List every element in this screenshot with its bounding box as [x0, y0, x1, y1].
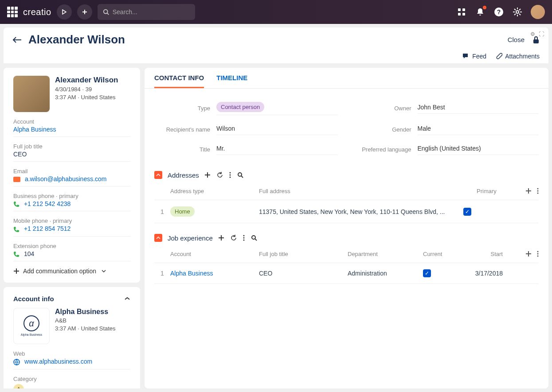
- add-job-column-button[interactable]: [525, 251, 532, 257]
- back-arrow[interactable]: [12, 36, 22, 43]
- expand-icon[interactable]: ⛶: [539, 31, 544, 37]
- attachment-icon: [496, 53, 502, 60]
- svg-point-20: [252, 236, 255, 239]
- account-info-heading: Account info: [13, 295, 54, 303]
- account-info-card: Account info α Alpha Business Alpha Busi…: [4, 287, 140, 388]
- account-time-loc: 3:37 AM · United States: [55, 325, 116, 332]
- apps-icon[interactable]: [456, 7, 467, 17]
- search-icon: [103, 8, 109, 16]
- search-addresses-button[interactable]: [237, 172, 243, 178]
- svg-point-18: [243, 237, 244, 239]
- row-number: 1: [154, 208, 170, 215]
- primary-checked[interactable]: ✓: [463, 208, 471, 216]
- address-row[interactable]: 1 Home 11375, United States, New York, N…: [154, 200, 539, 223]
- collapse-jobs-button[interactable]: [154, 234, 162, 242]
- current-checked[interactable]: ✓: [423, 269, 431, 277]
- account-logo[interactable]: α Alpha Business: [13, 308, 50, 344]
- collapse-addresses-button[interactable]: [154, 171, 162, 179]
- account-link[interactable]: Alpha Business: [13, 126, 130, 133]
- svg-point-16: [537, 193, 539, 194]
- search-input[interactable]: [113, 8, 190, 16]
- email-icon: [13, 177, 20, 182]
- col-job-dept[interactable]: Department: [348, 251, 423, 257]
- profile-avatar[interactable]: [13, 76, 50, 112]
- more-jobs-button[interactable]: [243, 235, 245, 241]
- col-job-title[interactable]: Full job title: [259, 251, 348, 257]
- owner-label: Owner: [356, 105, 418, 112]
- phone-icon: [13, 226, 20, 233]
- refresh-addresses-button[interactable]: [217, 172, 223, 178]
- lang-value[interactable]: English (United States): [418, 144, 539, 155]
- page-settings-icon[interactable]: ⚙: [530, 31, 535, 37]
- svg-rect-4: [462, 13, 465, 16]
- search-box[interactable]: [98, 4, 195, 20]
- category-badge: A: [13, 384, 24, 388]
- svg-point-19: [243, 240, 244, 241]
- title-value[interactable]: Mr.: [216, 144, 338, 155]
- job-row[interactable]: 1 Alpha Business CEO Administration ✓ 3/…: [154, 263, 539, 284]
- user-avatar[interactable]: [531, 5, 545, 19]
- phone-icon: [13, 251, 20, 257]
- biz-phone-link[interactable]: +1 212 542 4238: [24, 200, 71, 207]
- feed-label: Feed: [472, 53, 486, 60]
- attachments-label: Attachments: [505, 53, 540, 60]
- job-column-menu-button[interactable]: [537, 251, 539, 257]
- settings-icon[interactable]: [512, 7, 523, 17]
- more-addresses-button[interactable]: [229, 172, 231, 178]
- col-primary[interactable]: Primary: [477, 188, 525, 194]
- chevron-up-icon[interactable]: [124, 297, 130, 300]
- gender-value[interactable]: Male: [418, 124, 539, 135]
- email-link[interactable]: a.wilson@alphabusiness.com: [25, 175, 107, 182]
- profile-dob: 4/30/1984 · 39: [55, 86, 118, 93]
- search-jobs-button[interactable]: [251, 235, 257, 241]
- ext-phone-label: Extension phone: [13, 243, 130, 249]
- svg-point-11: [229, 175, 231, 176]
- col-job-account[interactable]: Account: [170, 251, 259, 257]
- job-dept-value: Administration: [348, 270, 423, 277]
- add-column-button[interactable]: [525, 188, 532, 194]
- svg-rect-3: [458, 13, 461, 16]
- col-job-current[interactable]: Current: [423, 251, 458, 257]
- svg-point-15: [537, 190, 539, 192]
- category-label: Category: [13, 376, 130, 382]
- job-account-link[interactable]: Alpha Business: [170, 270, 259, 277]
- add-button[interactable]: [77, 4, 92, 19]
- tab-contact-info[interactable]: CONTACT INFO: [154, 74, 204, 88]
- close-button[interactable]: Close: [508, 36, 525, 43]
- mobile-phone-link[interactable]: +1 212 854 7512: [24, 225, 71, 232]
- col-address-type[interactable]: Address type: [170, 188, 259, 194]
- col-full-address[interactable]: Full address: [259, 188, 477, 194]
- workspace: ⚙ ⛶ Alexander Wilson Close Feed Attachm: [0, 24, 552, 392]
- topbar-left: creatio: [7, 4, 195, 20]
- logo[interactable]: creatio: [23, 7, 51, 17]
- col-job-start[interactable]: Start: [458, 251, 503, 257]
- globe-icon: [13, 359, 20, 365]
- add-communication-button[interactable]: Add communication option: [13, 268, 130, 275]
- svg-point-0: [103, 10, 107, 14]
- topbar-right: ?: [456, 5, 545, 19]
- apps-grid-icon[interactable]: [7, 7, 18, 17]
- profile-card: Alexander Wilson 4/30/1984 · 39 3:37 AM …: [4, 68, 140, 283]
- bell-icon[interactable]: [475, 7, 485, 17]
- recipient-value[interactable]: Wilson: [216, 124, 338, 135]
- profile-name: Alexander Wilson: [55, 76, 118, 85]
- attachments-link[interactable]: Attachments: [496, 53, 540, 60]
- profile-time-loc: 3:37 AM · United States: [55, 94, 118, 101]
- svg-point-13: [238, 173, 242, 176]
- feed-link[interactable]: Feed: [462, 53, 486, 60]
- svg-point-21: [537, 251, 539, 252]
- mobile-phone-label: Mobile phone · primary: [13, 217, 130, 224]
- refresh-jobs-button[interactable]: [231, 235, 237, 241]
- web-link[interactable]: www.alphabusiness.com: [24, 358, 92, 365]
- type-pill[interactable]: Contact person: [216, 102, 264, 112]
- play-button[interactable]: [57, 4, 72, 19]
- column-menu-button[interactable]: [537, 188, 539, 194]
- owner-link[interactable]: John Best: [418, 103, 539, 114]
- add-job-button[interactable]: [218, 235, 224, 241]
- jobs-heading: Job experience: [168, 234, 213, 242]
- help-icon[interactable]: ?: [493, 7, 504, 17]
- notification-dot: [483, 6, 486, 9]
- tab-timeline[interactable]: TIMELINE: [216, 74, 247, 88]
- type-label: Type: [154, 105, 216, 112]
- add-address-button[interactable]: [204, 172, 211, 178]
